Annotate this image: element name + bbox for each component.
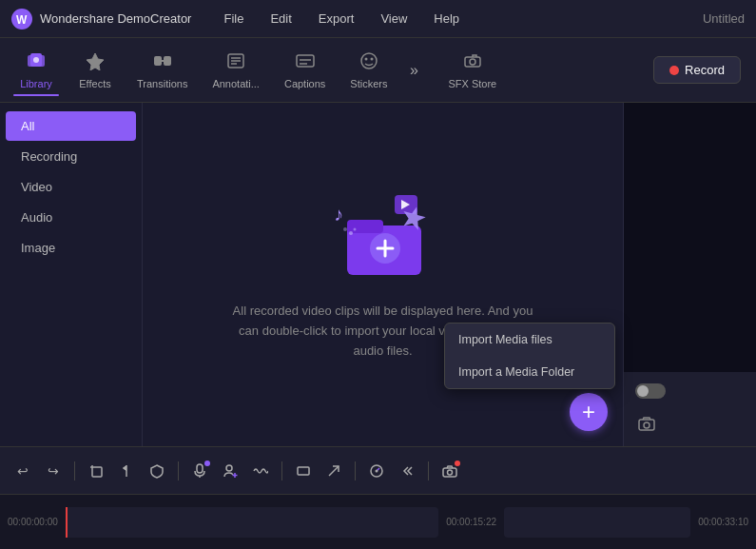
timeline-track-2[interactable]	[504, 507, 690, 538]
toolbar-more-btn[interactable]: »	[400, 57, 427, 84]
record-label: Record	[685, 63, 725, 77]
main-content: All Recording Video Audio Image ♪	[0, 103, 756, 446]
svg-point-17	[370, 57, 373, 60]
app-logo: W	[11, 9, 32, 29]
camera-toggle[interactable]	[635, 383, 666, 399]
context-menu: Import Media files Import a Media Folder	[444, 323, 615, 389]
tab-stickers[interactable]: Stickers	[339, 46, 398, 95]
cam-button[interactable]	[436, 458, 463, 484]
svg-point-19	[470, 59, 475, 65]
record-indicator	[669, 66, 679, 75]
svg-rect-12	[297, 55, 314, 67]
svg-rect-45	[298, 467, 309, 475]
tab-library-label: Library	[20, 78, 52, 89]
right-controls	[624, 372, 756, 446]
divider-2	[178, 461, 179, 480]
stickers-icon	[359, 51, 379, 75]
tab-effects-label: Effects	[79, 78, 110, 89]
menu-edit[interactable]: Edit	[266, 10, 295, 28]
svg-marker-39	[123, 465, 126, 471]
title-bar: W Wondershare DemoCreator File Edit Expo…	[0, 0, 756, 38]
timeline-playhead	[66, 507, 68, 538]
divider-1	[74, 461, 75, 480]
tab-effects[interactable]: Effects	[67, 46, 124, 95]
library-icon	[26, 51, 47, 75]
timeline-time-2: 00:00:33:10	[698, 517, 748, 527]
svg-point-42	[226, 465, 232, 471]
annotations-icon	[225, 51, 246, 75]
svg-point-30	[353, 228, 356, 231]
redo-button[interactable]: ↪	[40, 458, 67, 484]
undo-button[interactable]: ↩	[10, 458, 36, 484]
camera-icon[interactable]	[635, 412, 658, 435]
toolbar-right: Record	[653, 56, 756, 84]
arrow-button[interactable]	[320, 458, 347, 484]
tab-transitions[interactable]: Transitions	[126, 46, 199, 95]
right-panel	[623, 103, 756, 446]
import-button[interactable]: +	[570, 393, 608, 431]
svg-point-4	[33, 57, 39, 63]
menu-bar: File Edit Export View Help	[220, 10, 463, 28]
divider-3	[281, 461, 282, 480]
mic-indicator	[204, 461, 210, 466]
svg-text:♪: ♪	[334, 204, 343, 225]
record-button[interactable]: Record	[653, 56, 741, 84]
tab-sfxstore[interactable]: SFX Store	[436, 46, 508, 95]
sfxstore-icon	[462, 51, 483, 75]
captions-icon	[295, 51, 316, 75]
sidebar-item-recording[interactable]: Recording	[6, 142, 136, 171]
bottom-toolbar: ↩ ↪	[0, 446, 756, 494]
sidebar-item-video[interactable]: Video	[6, 172, 136, 202]
camera-row	[631, 408, 748, 439]
svg-rect-24	[347, 220, 383, 233]
menu-export[interactable]: Export	[315, 10, 359, 28]
svg-point-31	[343, 227, 347, 231]
timeline-track[interactable]	[66, 507, 438, 538]
crop-button[interactable]	[83, 458, 109, 484]
tab-library[interactable]: Library	[8, 46, 65, 95]
app-name: Wondershare DemoCreator	[40, 11, 191, 26]
svg-rect-34	[92, 467, 102, 477]
mic-button[interactable]	[186, 458, 213, 484]
user-plus-button[interactable]	[217, 458, 243, 484]
sidebar-item-all[interactable]: All	[6, 111, 136, 141]
tab-annotations-label: Annotati...	[212, 78, 260, 89]
center-panel: ♪	[143, 103, 623, 446]
svg-point-49	[376, 469, 378, 472]
split-button[interactable]	[113, 458, 140, 484]
svg-point-15	[361, 53, 377, 69]
sidebar-item-audio[interactable]: Audio	[6, 203, 136, 232]
main-toolbar: Library Effects Transitions	[0, 38, 756, 103]
svg-text:W: W	[16, 13, 28, 27]
tab-captions[interactable]: Captions	[273, 46, 337, 95]
context-menu-import-folder[interactable]: Import a Media Folder	[445, 356, 614, 388]
transitions-icon	[152, 51, 173, 75]
sidebar-item-image[interactable]: Image	[6, 233, 136, 263]
svg-line-46	[329, 466, 339, 476]
svg-rect-7	[164, 56, 171, 66]
window-title: Untitled	[703, 11, 745, 26]
context-menu-import-media[interactable]: Import Media files	[445, 324, 614, 356]
folder-illustration: ♪	[326, 187, 440, 283]
menu-help[interactable]: Help	[430, 10, 463, 28]
toggle-row	[631, 380, 748, 402]
tab-annotations[interactable]: Annotati...	[201, 46, 271, 95]
effects-icon	[85, 51, 106, 75]
svg-point-29	[349, 231, 353, 235]
cam-indicator	[455, 461, 460, 466]
tab-sfxstore-label: SFX Store	[448, 78, 496, 89]
wave-button[interactable]	[247, 458, 274, 484]
menu-file[interactable]: File	[220, 10, 247, 28]
menu-view[interactable]: View	[377, 10, 411, 28]
svg-point-51	[448, 470, 453, 475]
divider-5	[428, 461, 429, 480]
shield-button[interactable]	[144, 458, 170, 484]
frame-button[interactable]	[290, 458, 317, 484]
timeline-time-1: 00:00:15:22	[446, 517, 496, 527]
reverse-button[interactable]	[394, 458, 420, 484]
timeline-area: 00:00:00:00 00:00:15:22 00:00:33:10	[0, 494, 756, 549]
svg-point-16	[364, 57, 367, 60]
import-icon: +	[582, 401, 595, 423]
speed-button[interactable]	[363, 458, 390, 484]
toolbar-tabs: Library Effects Transitions	[0, 46, 653, 95]
